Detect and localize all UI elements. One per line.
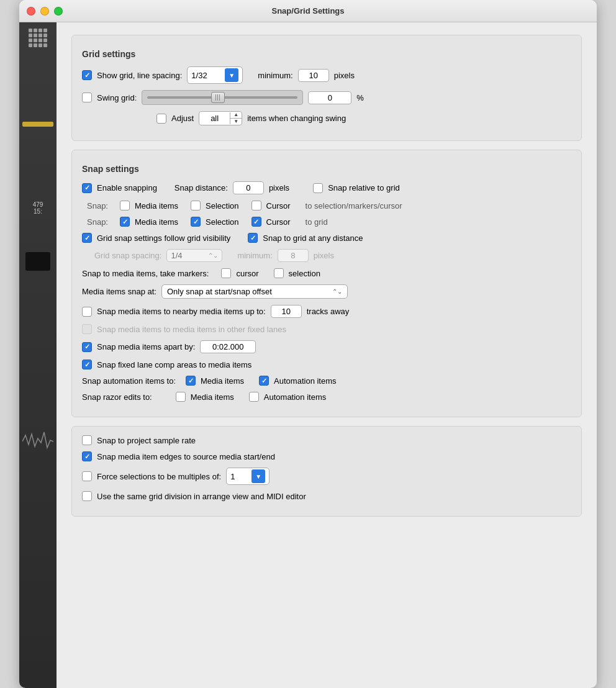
snap-automation-row: Snap automation items to: Media items Au…: [82, 376, 571, 386]
grid-snap-spacing-value: 1/4: [171, 251, 182, 260]
snap-row2-label: Snap:: [87, 217, 115, 227]
snap-apart-input[interactable]: [200, 340, 256, 353]
sidebar-black-bar: [25, 252, 50, 271]
snap-apart-checkbox[interactable]: [82, 342, 92, 352]
snap-row2-selection-checkbox[interactable]: [191, 217, 201, 227]
grid-snap-pixels-label: pixels: [314, 251, 334, 260]
snap-razor-automation-checkbox[interactable]: [249, 392, 259, 402]
snap-row2-media-checkbox[interactable]: [120, 217, 130, 227]
titlebar-buttons: [27, 7, 63, 16]
snap-fixed-lanes-row: Snap media items to media items in other…: [82, 324, 571, 334]
snap-razor-row: Snap razor edits to: Media items Automat…: [82, 392, 571, 402]
grid-snap-spacing-dropdown[interactable]: 1/4 ⌃⌄: [166, 249, 222, 262]
snap-razor-media-checkbox[interactable]: [176, 392, 186, 402]
snap-nearby-checkbox[interactable]: [82, 307, 92, 317]
settings-window: Snap/Grid Settings 479 15:: [19, 0, 597, 688]
snap-fixed-lanes-label: Snap media items to media items in other…: [97, 325, 286, 334]
snap-settings-header: Snap settings: [82, 164, 571, 174]
maximize-button[interactable]: [54, 7, 63, 16]
snap-distance-label: Snap distance:: [174, 183, 228, 192]
grid-icon: [29, 29, 47, 47]
sidebar-time: 479 15:: [33, 201, 43, 215]
swing-percent: %: [356, 93, 364, 102]
snap-source-label: Snap media item edges to source media st…: [97, 452, 275, 461]
enable-snapping-checkbox[interactable]: [82, 183, 92, 193]
media-items-snap-dropdown[interactable]: Only snap at start/snap offset ⌃⌄: [161, 284, 348, 299]
stepper-down[interactable]: ▼: [230, 119, 242, 125]
same-grid-label: Use the same grid division in arrange vi…: [97, 492, 306, 501]
show-grid-checkbox[interactable]: [82, 70, 92, 80]
snap-automation-label: Snap automation items to:: [82, 376, 176, 386]
grid-snap-follow-checkbox[interactable]: [82, 233, 92, 243]
snap-row2-cursor-checkbox[interactable]: [251, 217, 261, 227]
force-selections-arrow[interactable]: ▼: [251, 469, 265, 483]
snap-row1-suffix: to selection/markers/cursor: [306, 201, 402, 210]
grid-snap-minimum-input[interactable]: [278, 249, 309, 262]
line-spacing-dropdown[interactable]: 1/32 ▼: [187, 66, 243, 84]
adjust-stepper[interactable]: all ▲ ▼: [199, 111, 242, 125]
snap-row1-media-checkbox[interactable]: [120, 201, 130, 210]
snap-fixed-lanes-checkbox[interactable]: [82, 324, 92, 334]
adjust-suffix: items when changing swing: [247, 114, 346, 123]
force-selections-row: Force selections to be multiples of: 1 ▼: [82, 468, 571, 485]
snap-nearby-label: Snap media items to nearby media items u…: [97, 307, 266, 316]
grid-snap-spacing-label: Grid snap spacing:: [94, 251, 161, 260]
stepper-up[interactable]: ▲: [230, 112, 242, 119]
force-selections-checkbox[interactable]: [82, 471, 92, 481]
swing-grid-checkbox[interactable]: [82, 93, 92, 102]
media-items-snap-label: Media items snap at:: [82, 287, 156, 296]
snap-relative-label: Snap relative to grid: [328, 183, 400, 192]
snap-row1-selection-checkbox[interactable]: [191, 201, 201, 210]
snap-distance-pixels: pixels: [269, 183, 289, 192]
snap-fixed-comp-row: Snap fixed lane comp areas to media item…: [82, 360, 571, 369]
snap-project-sample-label: Snap to project sample rate: [97, 436, 196, 445]
minimum-label: minimum:: [258, 71, 292, 80]
snap-nearby-input[interactable]: [271, 305, 302, 318]
snap-any-distance-checkbox[interactable]: [248, 233, 258, 243]
show-grid-row: Show grid, line spacing: 1/32 ▼ minimum:…: [82, 66, 571, 84]
adjust-label: Adjust: [171, 114, 194, 123]
snap-relative-checkbox[interactable]: [313, 183, 323, 193]
snap-project-sample-checkbox[interactable]: [82, 435, 92, 445]
adjust-value: all: [199, 112, 230, 124]
snap-fixed-comp-checkbox[interactable]: [82, 360, 92, 369]
stepper-arrows[interactable]: ▲ ▼: [230, 112, 242, 125]
slider-thumb[interactable]: [211, 92, 225, 103]
grid-settings-section: Grid settings Show grid, line spacing: 1…: [71, 35, 582, 141]
snap-auto-media-checkbox[interactable]: [186, 376, 196, 386]
bottom-options-section: Snap to project sample rate Snap media i…: [71, 426, 582, 517]
snap-fixed-comp-label: Snap fixed lane comp areas to media item…: [97, 360, 251, 369]
minimize-button[interactable]: [40, 7, 49, 16]
snap-row1-cursor-checkbox[interactable]: [251, 201, 261, 210]
dropdown-stepper-icon: ⌃⌄: [332, 288, 342, 295]
enable-snapping-row: Enable snapping Snap distance: pixels Sn…: [82, 181, 571, 194]
snap-apart-row: Snap media items apart by:: [82, 340, 571, 353]
media-items-snap-row: Media items snap at: Only snap at start/…: [82, 284, 571, 299]
media-items-snap-value: Only snap at start/snap offset: [167, 287, 272, 296]
pixels-label: pixels: [334, 71, 355, 80]
window-title: Snap/Grid Settings: [271, 6, 344, 16]
swing-slider[interactable]: [142, 90, 303, 105]
adjust-checkbox[interactable]: [156, 114, 166, 124]
enable-snapping-label: Enable snapping: [97, 183, 157, 192]
snap-row1-selection-label: Selection: [206, 201, 238, 210]
snap-row2: Snap: Media items Selection Cursor to gr…: [82, 217, 571, 227]
sidebar-strip: 479 15:: [19, 22, 57, 688]
snap-row2-selection-label: Selection: [206, 217, 238, 227]
snap-auto-automation-checkbox[interactable]: [259, 376, 269, 386]
snap-selection-checkbox[interactable]: [274, 268, 284, 278]
snap-razor-automation-label: Automation items: [264, 392, 326, 402]
snap-source-checkbox[interactable]: [82, 451, 92, 461]
force-selections-dropdown[interactable]: 1 ▼: [226, 468, 270, 485]
same-grid-checkbox[interactable]: [82, 491, 92, 501]
close-button[interactable]: [27, 7, 35, 16]
swing-value-input[interactable]: [308, 91, 351, 104]
snap-distance-input[interactable]: [233, 181, 264, 194]
main-content: Grid settings Show grid, line spacing: 1…: [57, 22, 597, 688]
snap-auto-media-label: Media items: [201, 376, 244, 386]
line-spacing-arrow[interactable]: ▼: [225, 68, 238, 82]
force-selections-value: 1: [230, 472, 235, 481]
snap-cursor-checkbox[interactable]: [221, 268, 231, 278]
sidebar-waveform: [22, 426, 53, 457]
minimum-value-input[interactable]: [298, 69, 329, 82]
